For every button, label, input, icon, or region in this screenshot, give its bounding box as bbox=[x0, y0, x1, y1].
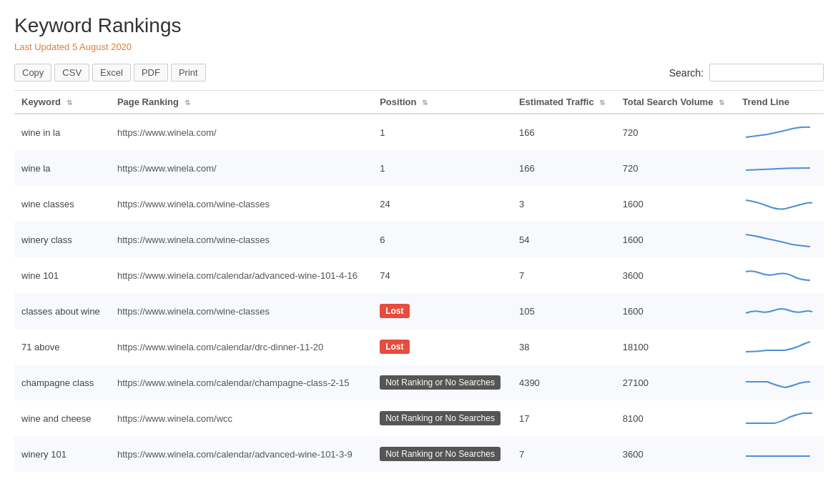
total-search-volume-cell: 720 bbox=[616, 150, 735, 186]
table-row: winery 101https://www.winela.com/calenda… bbox=[14, 436, 824, 472]
total-search-volume-cell: 27100 bbox=[616, 365, 735, 400]
page-ranking-link[interactable]: https://www.winela.com/wcc bbox=[117, 413, 232, 424]
not-ranking-badge: Not Ranking or No Searches bbox=[380, 447, 501, 461]
estimated-traffic-cell: 4390 bbox=[512, 365, 616, 400]
keyword-cell: winery class bbox=[14, 222, 110, 257]
col-estimated-traffic: Estimated Traffic ⇅ bbox=[512, 91, 616, 114]
trend-line-cell bbox=[735, 436, 824, 472]
estimated-traffic-cell: 7 bbox=[512, 257, 616, 293]
page-ranking-link[interactable]: https://www.winela.com/calendar/advanced… bbox=[117, 449, 353, 460]
not-ranking-badge: Not Ranking or No Searches bbox=[380, 375, 501, 390]
table-header-row: Keyword ⇅ Page Ranking ⇅ Position ⇅ Esti… bbox=[14, 91, 824, 114]
page-ranking-cell: https://www.winela.com/wine-classes bbox=[110, 186, 373, 222]
export-buttons: Copy CSV Excel PDF Print bbox=[14, 64, 206, 81]
position-cell: Not Ranking or No Searches bbox=[373, 436, 512, 472]
total-search-volume-cell: 1600 bbox=[616, 222, 735, 257]
trend-line-cell bbox=[735, 329, 824, 365]
page-ranking-cell: https://www.winela.com/wine-classes bbox=[110, 222, 373, 257]
total-search-volume-cell: 1600 bbox=[616, 293, 735, 329]
keyword-cell: classes about wine bbox=[14, 293, 110, 329]
table-row: 71 abovehttps://www.winela.com/calendar/… bbox=[14, 329, 824, 365]
estimated-traffic-cell: 17 bbox=[512, 400, 616, 436]
total-search-volume-cell: 8100 bbox=[616, 400, 735, 436]
keyword-sort-icon[interactable]: ⇅ bbox=[66, 99, 72, 107]
table-row: wine classeshttps://www.winela.com/wine-… bbox=[14, 186, 824, 222]
lost-badge: Lost bbox=[380, 304, 409, 318]
page-ranking-link[interactable]: https://www.winela.com/ bbox=[117, 127, 217, 138]
copy-button[interactable]: Copy bbox=[14, 64, 51, 81]
page-ranking-cell: https://www.winela.com/ bbox=[110, 114, 373, 150]
page-ranking-cell: https://www.winela.com/wcc bbox=[110, 400, 373, 436]
total-search-volume-sort-icon[interactable]: ⇅ bbox=[719, 99, 724, 107]
trend-line-cell bbox=[735, 114, 824, 150]
search-input[interactable] bbox=[709, 64, 824, 81]
page-ranking-cell: https://www.winela.com/calendar/champagn… bbox=[110, 365, 373, 400]
position-sort-icon[interactable]: ⇅ bbox=[422, 99, 428, 107]
rankings-table: Keyword ⇅ Page Ranking ⇅ Position ⇅ Esti… bbox=[14, 91, 824, 472]
estimated-traffic-cell: 38 bbox=[512, 329, 616, 365]
trend-line-cell bbox=[735, 257, 824, 293]
position-cell: 6 bbox=[373, 222, 512, 257]
page-ranking-link[interactable]: https://www.winela.com/wine-classes bbox=[117, 199, 270, 209]
search-label: Search: bbox=[669, 67, 704, 79]
col-total-search-volume: Total Search Volume ⇅ bbox=[616, 91, 735, 114]
total-search-volume-cell: 3600 bbox=[616, 436, 735, 472]
position-cell: 74 bbox=[373, 257, 512, 293]
estimated-traffic-sort-icon[interactable]: ⇅ bbox=[599, 99, 605, 107]
trend-line-cell bbox=[735, 186, 824, 222]
col-position: Position ⇅ bbox=[373, 91, 512, 114]
table-row: classes about winehttps://www.winela.com… bbox=[14, 293, 824, 329]
page-ranking-cell: https://www.winela.com/ bbox=[110, 150, 373, 186]
col-trend-line: Trend Line bbox=[735, 91, 824, 114]
page-ranking-link[interactable]: https://www.winela.com/calendar/drc-dinn… bbox=[117, 342, 323, 352]
trend-line-cell bbox=[735, 400, 824, 436]
trend-line-cell bbox=[735, 293, 824, 329]
page-ranking-link[interactable]: https://www.winela.com/calendar/champagn… bbox=[117, 377, 349, 388]
total-search-volume-cell: 3600 bbox=[616, 257, 735, 293]
total-search-volume-cell: 1600 bbox=[616, 186, 735, 222]
col-page-ranking: Page Ranking ⇅ bbox=[110, 91, 373, 114]
page-ranking-link[interactable]: https://www.winela.com/wine-classes bbox=[117, 306, 270, 317]
estimated-traffic-cell: 105 bbox=[512, 293, 616, 329]
position-cell: 1 bbox=[373, 150, 512, 186]
total-search-volume-cell: 720 bbox=[616, 114, 735, 150]
page-ranking-cell: https://www.winela.com/calendar/advanced… bbox=[110, 436, 373, 472]
keyword-cell: wine la bbox=[14, 150, 110, 186]
position-cell: Not Ranking or No Searches bbox=[373, 400, 512, 436]
keyword-cell: wine classes bbox=[14, 186, 110, 222]
position-cell: 24 bbox=[373, 186, 512, 222]
page-ranking-cell: https://www.winela.com/calendar/drc-dinn… bbox=[110, 329, 373, 365]
page-title: Keyword Rankings bbox=[14, 14, 824, 37]
page-ranking-link[interactable]: https://www.winela.com/calendar/advanced… bbox=[117, 270, 358, 281]
table-row: champagne classhttps://www.winela.com/ca… bbox=[14, 365, 824, 400]
table-row: wine and cheesehttps://www.winela.com/wc… bbox=[14, 400, 824, 436]
trend-line-cell bbox=[735, 150, 824, 186]
page-ranking-link[interactable]: https://www.winela.com/ bbox=[117, 163, 217, 174]
page-ranking-sort-icon[interactable]: ⇅ bbox=[184, 99, 190, 107]
keyword-cell: winery 101 bbox=[14, 436, 110, 472]
trend-line-cell bbox=[735, 365, 824, 400]
excel-button[interactable]: Excel bbox=[92, 64, 131, 81]
toolbar: Copy CSV Excel PDF Print Search: bbox=[14, 64, 824, 81]
not-ranking-badge: Not Ranking or No Searches bbox=[380, 411, 501, 425]
pdf-button[interactable]: PDF bbox=[134, 64, 168, 81]
estimated-traffic-cell: 166 bbox=[512, 150, 616, 186]
estimated-traffic-cell: 166 bbox=[512, 114, 616, 150]
print-button[interactable]: Print bbox=[171, 64, 206, 81]
page-ranking-link[interactable]: https://www.winela.com/wine-classes bbox=[117, 234, 270, 245]
search-area: Search: bbox=[669, 64, 824, 81]
trend-line-cell bbox=[735, 222, 824, 257]
page-ranking-cell: https://www.winela.com/wine-classes bbox=[110, 293, 373, 329]
page-ranking-cell: https://www.winela.com/calendar/advanced… bbox=[110, 257, 373, 293]
table-row: wine lahttps://www.winela.com/1166720 bbox=[14, 150, 824, 186]
lost-badge: Lost bbox=[380, 340, 409, 354]
keyword-cell: champagne class bbox=[14, 365, 110, 400]
table-row: wine in lahttps://www.winela.com/1166720 bbox=[14, 114, 824, 150]
position-cell: Lost bbox=[373, 329, 512, 365]
keyword-cell: wine in la bbox=[14, 114, 110, 150]
csv-button[interactable]: CSV bbox=[54, 64, 89, 81]
keyword-cell: 71 above bbox=[14, 329, 110, 365]
keyword-cell: wine and cheese bbox=[14, 400, 110, 436]
col-keyword: Keyword ⇅ bbox=[14, 91, 110, 114]
last-updated: Last Updated 5 August 2020 bbox=[14, 41, 824, 52]
